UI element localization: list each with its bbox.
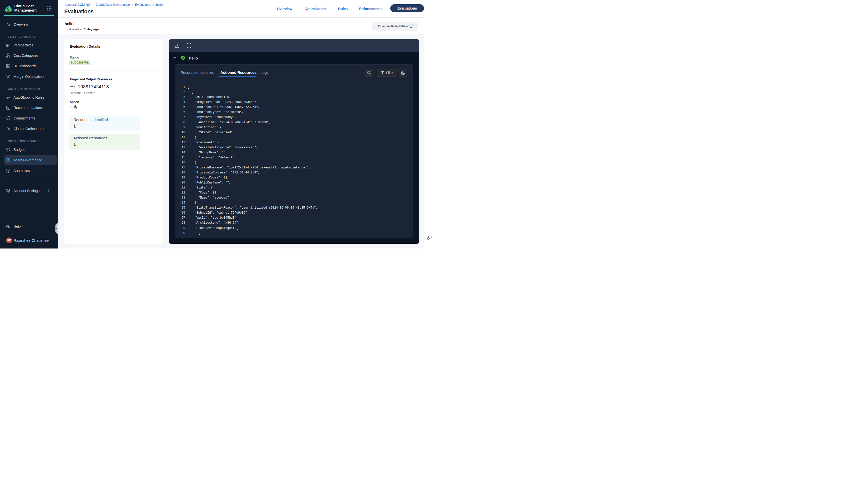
svg-text:?: ? [7,225,9,227]
svg-text:aws: aws [70,85,74,88]
svg-text:$: $ [8,159,9,162]
svg-text:$: $ [7,7,9,11]
